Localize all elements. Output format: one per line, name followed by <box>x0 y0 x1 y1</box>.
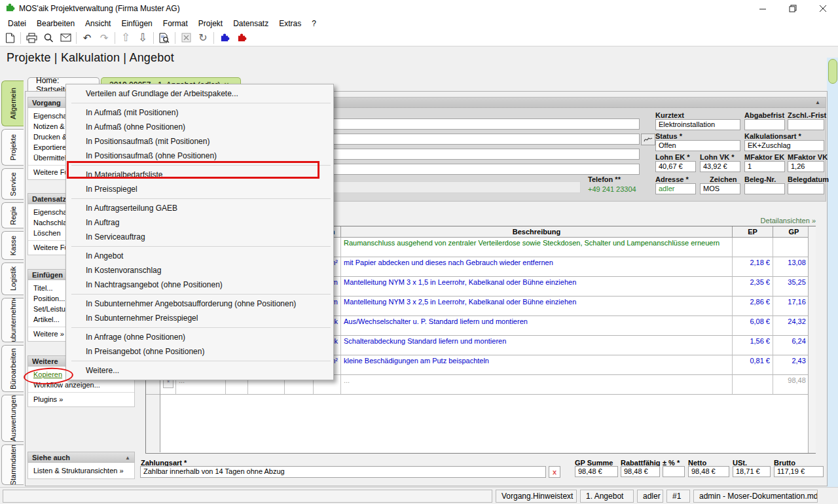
menu-item-aufmass-ohne[interactable]: In Aufmaß (ohne Positionen) <box>66 120 333 134</box>
status-record-number: #1 <box>666 490 690 503</box>
menu-format[interactable]: Format <box>158 18 193 29</box>
workspace-tab-regie[interactable]: Regie <box>1 202 24 228</box>
menu-hilfe[interactable]: ? <box>306 18 321 29</box>
print-icon[interactable] <box>23 31 40 45</box>
belegdatum-input[interactable] <box>788 183 824 194</box>
sidebar-item-plugins[interactable]: Plugins » <box>28 392 134 404</box>
lohn-ek-input[interactable]: 40,67 € <box>655 161 696 172</box>
menu-datensatz[interactable]: Datensatz <box>228 18 274 29</box>
mfaktor-vk-input[interactable]: 1,26 <box>788 161 824 172</box>
menu-item-kostenvoranschlag[interactable]: In Kostenvoranschlag <box>66 263 333 278</box>
menu-projekt[interactable]: Projekt <box>193 18 228 29</box>
menu-item-preisspiegel[interactable]: In Preisspiegel <box>66 182 333 196</box>
abgabefrist-input[interactable] <box>744 119 785 130</box>
lohn-ek-label: Lohn EK * <box>655 153 690 161</box>
table-cell-beschreibung[interactable]: mit Papier abdecken und dieses nach Gebr… <box>341 257 733 277</box>
workspace-tab-logistik[interactable]: Logistik <box>1 262 24 295</box>
menu-item-verteilen-arbeitspakete[interactable]: Verteilen auf Grundlage der Arbeitspaket… <box>66 86 333 101</box>
workspace-tab-kasse[interactable]: Kasse <box>1 231 24 260</box>
table-cell-beschreibung[interactable]: Mantelleitung NYM 3 x 1,5 in Leerrohr, K… <box>341 277 733 297</box>
move-down-icon[interactable]: ⇩ <box>134 31 151 45</box>
new-document-icon[interactable] <box>1 31 18 45</box>
ust-value[interactable]: 18,71 € <box>733 466 771 477</box>
undo-icon[interactable]: ↶ <box>79 31 96 45</box>
right-scroll-thumb[interactable] <box>828 59 837 84</box>
document-search-icon[interactable] <box>156 31 173 45</box>
gp-summe-value[interactable]: 98,48 € <box>575 466 618 477</box>
email-icon[interactable] <box>57 31 74 45</box>
lohn-vk-input[interactable]: 43,92 € <box>700 161 740 172</box>
menu-ansicht[interactable]: Ansicht <box>80 18 116 29</box>
minimize-button[interactable] <box>748 0 778 17</box>
refresh-icon[interactable]: ↻ <box>194 31 211 45</box>
menu-item-anfrage[interactable]: In Anfrage (ohne Positionen) <box>66 330 333 344</box>
menu-item-sub-angebotsaufforderung[interactable]: In Subunternehmer Angebotsaufforderung (… <box>66 297 333 311</box>
zschl-frist-input[interactable] <box>788 119 824 130</box>
status-input[interactable]: Offen <box>655 140 740 151</box>
redo-icon[interactable]: ↷ <box>96 31 113 45</box>
menu-item-auftragserteilung-gaeb[interactable]: In Auftragserteilung GAEB <box>66 201 333 215</box>
plusminus-prozent-value[interactable] <box>663 466 685 477</box>
menu-item-auftrag[interactable]: In Auftrag <box>66 215 333 230</box>
puzzle-blue-icon[interactable] <box>216 31 233 45</box>
menu-item-aufmass-mit[interactable]: In Aufmaß (mit Positionen) <box>66 105 333 120</box>
menu-item-nachtragsangebot[interactable]: In Nachtragsangebot (ohne Positionen) <box>66 278 333 292</box>
netto-value[interactable]: 98,48 € <box>688 466 729 477</box>
abort-icon[interactable] <box>177 31 194 45</box>
mfaktor-ek-input[interactable]: 1 <box>744 161 785 172</box>
workspace-tab-service[interactable]: Service <box>1 168 24 200</box>
telefon-value[interactable]: +49 241 23304 <box>588 185 636 193</box>
menu-datei[interactable]: Datei <box>3 18 31 29</box>
belegdatum-label: Belegdatum <box>788 175 829 183</box>
detailansichten-link[interactable]: Detailansichten » <box>761 217 816 225</box>
workspace-tab-allgemein[interactable]: Allgemein <box>1 81 24 126</box>
table-cell-beschreibung[interactable]: ... <box>341 375 733 395</box>
col-header-ep[interactable]: EP <box>733 226 773 238</box>
menu-item-angebot[interactable]: In Angebot <box>66 249 333 263</box>
table-cell-beschreibung[interactable]: Raumanschluss ausgehend von zentraler Ve… <box>341 238 733 257</box>
table-cell-beschreibung[interactable]: kleine Beschädigungen am Putz beispachte… <box>341 355 733 375</box>
menu-extras[interactable]: Extras <box>274 18 306 29</box>
signature-edit-button[interactable] <box>641 134 655 145</box>
workspace-tab-projekte[interactable]: Projekte <box>1 129 24 166</box>
move-up-icon[interactable]: ⇧ <box>117 31 134 45</box>
workspace-tab-bueroarbeiten[interactable]: Büroarbeiten <box>1 345 24 392</box>
telefon-label: Telefon ** <box>588 175 621 183</box>
close-button[interactable] <box>808 0 838 17</box>
col-header-beschreibung[interactable]: Beschreibung <box>341 226 733 238</box>
right-scroll-strip[interactable] <box>827 58 838 487</box>
clear-zahlungsart-button[interactable]: x <box>549 466 560 478</box>
menu-item-positionsaufmass-mit[interactable]: In Positionsaufmaß (mit Positionen) <box>66 134 333 149</box>
table-cell-beschreibung[interactable]: Mantelleitung NYM 3 x 2,5 in Leerrohr, K… <box>341 297 733 316</box>
zeichen-input[interactable]: MOS <box>700 183 740 194</box>
workspace-tab-stammdaten[interactable]: Stammdaten <box>1 444 24 485</box>
print-preview-icon[interactable] <box>40 31 57 45</box>
breadcrumb: Projekte | Kalkulation | Angebot <box>7 51 174 65</box>
beleg-nr-input[interactable] <box>744 183 785 194</box>
workspace-tab-auswertungen[interactable]: Auswertungen <box>1 395 24 442</box>
menu-bearbeiten[interactable]: Bearbeiten <box>31 18 80 29</box>
workspace-tab-subunternehmer[interactable]: Subunternehmer <box>1 298 24 342</box>
sidebar-item-listen[interactable]: Listen & Strukturansichten » <box>28 465 134 476</box>
lohn-vk-label: Lohn VK * <box>700 153 735 161</box>
kalkulationsart-input[interactable]: EK+Zuschlag <box>744 140 824 151</box>
menu-item-weitere[interactable]: Weitere... <box>66 363 333 378</box>
brutto-value[interactable]: 117,19 € <box>774 466 824 477</box>
kalkulationsart-label: Kalkulationsart * <box>744 132 801 140</box>
title-bar: MOS'aik Projektverwaltung (Firma Muster … <box>0 0 838 17</box>
menu-item-preisangebot[interactable]: In Preisangebot (ohne Positionen) <box>66 344 333 359</box>
beleg-nr-label: Beleg-Nr. <box>744 175 776 183</box>
puzzle-red-icon[interactable] <box>233 31 250 45</box>
table-vertical-scrollbar[interactable] <box>808 226 816 453</box>
collapse-icon: ▲ <box>125 455 130 461</box>
menu-einfuegen[interactable]: Einfügen <box>116 18 157 29</box>
adresse-input[interactable]: adler <box>655 183 696 194</box>
restore-button[interactable] <box>778 0 808 17</box>
rabattfaehig-value[interactable]: 98,48 € <box>621 466 660 477</box>
zahlungsart-input[interactable]: Zahlbar innerhalb von 14 Tagen ohne Abzu… <box>140 466 546 478</box>
table-cell-beschreibung[interactable]: Aus/Wechselschalter u. P. Standard liefe… <box>341 316 733 336</box>
menu-item-sub-preisspiegel[interactable]: In Subunternehmer Preisspiegel <box>66 311 333 325</box>
kurztext-input[interactable]: Elektroinstallation <box>655 119 740 130</box>
table-cell-beschreibung[interactable]: Schalterabdeckung Standard liefern und m… <box>341 336 733 355</box>
menu-item-serviceauftrag[interactable]: In Serviceauftrag <box>66 230 333 244</box>
